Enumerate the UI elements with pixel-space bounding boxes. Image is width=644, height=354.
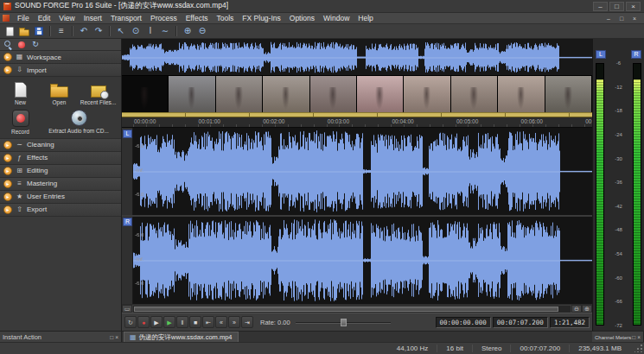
new-file-button[interactable] — [3, 25, 16, 37]
waveform-right-channel[interactable] — [133, 217, 592, 304]
go-to-start-button[interactable]: ⇤ — [202, 316, 214, 328]
status-item: 44,100 Hz — [388, 345, 437, 352]
left-channel[interactable]: -6.0 -Inf. -6.0 — [133, 128, 592, 215]
mdi-close-button[interactable]: × — [629, 16, 640, 22]
sidebar-section-workspace[interactable]: ▸▦Workspace — [0, 51, 121, 64]
scrollbar-track[interactable] — [133, 306, 571, 313]
close-button[interactable]: × — [626, 2, 641, 11]
menu-item-fx-plug-ins[interactable]: FX Plug-Ins — [238, 13, 284, 23]
zoom-in-button[interactable]: ⊕ — [181, 25, 194, 37]
sidebar-section-effects[interactable]: ▸ƒEffects — [0, 152, 121, 165]
sidebar-section-editing[interactable]: ▸⊞Editing — [0, 165, 121, 178]
right-channel[interactable]: -6.0 -Inf. -6.0 — [133, 217, 592, 304]
magnify-tool-button[interactable]: ⊙ — [129, 25, 143, 37]
folder-icon — [19, 29, 29, 36]
video-thumbnail[interactable] — [498, 76, 545, 112]
ruler-label: 00:04:00 — [392, 118, 413, 124]
envelope-tool-button[interactable]: ∼ — [158, 25, 172, 37]
sidebar-section-cleaning[interactable]: ▸∼Cleaning — [0, 139, 121, 152]
record-button[interactable]: ● — [137, 316, 150, 328]
video-thumbnail[interactable] — [357, 76, 404, 112]
rewind-button[interactable]: « — [215, 316, 227, 328]
zoom-in-time-button[interactable]: ⊕ — [582, 305, 592, 313]
play-button[interactable]: ▶ — [163, 316, 175, 328]
end-display[interactable]: 00:07:07.200 — [493, 317, 548, 328]
overview-waveform[interactable] — [122, 39, 592, 76]
menu-item-window[interactable]: Window — [319, 13, 354, 23]
import-action-new[interactable]: New — [2, 79, 39, 105]
zoom-out-button[interactable]: ⊖ — [195, 25, 209, 37]
db-label: -Inf. — [135, 168, 143, 173]
sidebar-section-user-entries[interactable]: ▸★User Entries — [0, 191, 121, 204]
panel-close-icon[interactable]: × — [115, 334, 118, 340]
import-icon: ⇩ — [15, 66, 24, 73]
menu-item-insert[interactable]: Insert — [80, 13, 106, 23]
pause-button[interactable]: ‖ — [176, 316, 188, 328]
refresh-button[interactable]: ↻ — [30, 40, 41, 50]
mdi-minimize-button[interactable]: – — [603, 16, 614, 22]
menu-item-file[interactable]: File — [13, 13, 34, 23]
selection-tool-button[interactable]: I — [143, 25, 157, 37]
import-action-label: Extract Audio from CD... — [48, 128, 109, 134]
video-thumbnail[interactable] — [122, 76, 169, 112]
import-action-extract-audio-from-cd[interactable]: Extract Audio from CD... — [41, 107, 117, 135]
stop-button[interactable]: ■ — [189, 316, 201, 328]
undo-button[interactable]: ↶ — [77, 25, 91, 37]
forward-button[interactable]: » — [228, 316, 240, 328]
video-thumbnail[interactable] — [169, 76, 215, 112]
meters-close-icon[interactable]: × — [637, 334, 641, 340]
zoom-out-time-button[interactable]: ⊖ — [571, 305, 582, 313]
resize-grip[interactable] — [634, 345, 642, 352]
loop-playback-button[interactable]: ↻ — [124, 316, 137, 328]
meters-float-icon[interactable]: □ — [632, 334, 635, 340]
rate-slider-thumb[interactable] — [341, 319, 347, 326]
play-all-button[interactable]: ▶ — [150, 316, 163, 328]
video-thumbnail[interactable] — [545, 76, 592, 112]
rate-slider[interactable] — [296, 318, 391, 327]
menu-item-options[interactable]: Options — [285, 13, 319, 23]
properties-button[interactable]: ≡ — [54, 25, 68, 37]
video-thumbnail[interactable] — [404, 76, 450, 112]
sidebar-section-import[interactable]: ▸⇩Import — [0, 64, 121, 77]
section-expand-icon: ▸ — [3, 53, 12, 61]
left-channel-badge[interactable]: L — [123, 130, 132, 138]
position-display[interactable]: 00:00:00.000 — [436, 317, 491, 328]
redo-button[interactable]: ↷ — [92, 25, 105, 37]
import-action-open[interactable]: Open — [41, 79, 78, 105]
import-action-recent-files[interactable]: Recent Files... — [80, 79, 117, 105]
menu-item-process[interactable]: Process — [146, 13, 182, 23]
menu-item-view[interactable]: View — [54, 13, 79, 23]
menu-item-transport[interactable]: Transport — [106, 13, 146, 23]
overview-range-button[interactable]: ▭ — [122, 305, 132, 313]
menu-item-effects[interactable]: Effects — [182, 13, 213, 23]
properties-icon: ≡ — [59, 27, 64, 35]
video-thumbnail[interactable] — [216, 76, 263, 112]
maximize-button[interactable]: □ — [609, 2, 624, 11]
go-to-end-button[interactable]: ⇥ — [241, 316, 253, 328]
search-button[interactable] — [3, 40, 13, 50]
quick-record-button[interactable] — [16, 40, 27, 50]
save-button[interactable] — [32, 25, 46, 37]
menu-item-edit[interactable]: Edit — [34, 13, 55, 23]
overview-bar[interactable] — [122, 39, 592, 76]
time-ruler[interactable]: 00:00:0000:01:0000:02:0000:03:0000:04:00… — [122, 117, 592, 128]
edit-tool-button[interactable]: ↖ — [114, 25, 128, 37]
db-label: -6.0 — [135, 232, 143, 237]
scrollbar-thumb[interactable] — [134, 307, 558, 312]
minimize-button[interactable]: – — [593, 2, 608, 11]
video-thumbnail[interactable] — [451, 76, 498, 112]
sidebar-section-export[interactable]: ▸⇧Export — [0, 204, 121, 217]
video-thumbnail[interactable] — [310, 76, 357, 112]
menu-item-tools[interactable]: Tools — [213, 13, 239, 23]
open-button[interactable] — [17, 25, 31, 37]
video-thumbnail[interactable] — [263, 76, 309, 112]
ruler-label: 00:00:00 — [134, 118, 156, 124]
waveform-left-channel[interactable] — [133, 128, 592, 215]
right-channel-badge[interactable]: R — [123, 218, 132, 226]
sidebar-section-mastering[interactable]: ▸≡Mastering — [0, 178, 121, 191]
mdi-restore-button[interactable]: □ — [616, 16, 627, 22]
panel-float-icon[interactable]: □ — [110, 334, 113, 340]
length-display[interactable]: 1:21,482 — [550, 317, 590, 328]
import-action-record[interactable]: Record — [2, 107, 39, 135]
menu-item-help[interactable]: Help — [354, 13, 377, 23]
